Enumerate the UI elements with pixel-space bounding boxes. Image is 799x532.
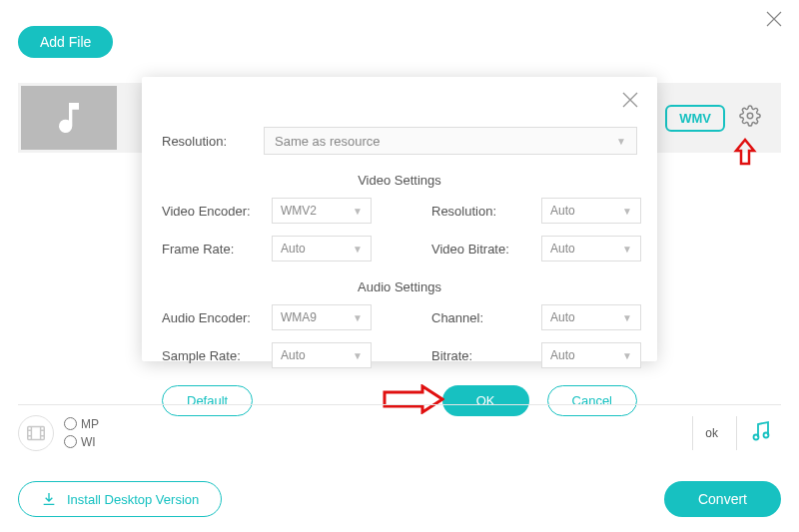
audio-encoder-select[interactable]: WMA9▼ <box>272 304 372 330</box>
video-settings-title: Video Settings <box>162 173 637 188</box>
svg-point-0 <box>747 113 753 119</box>
chevron-down-icon: ▼ <box>353 350 363 361</box>
frame-rate-label: Frame Rate: <box>162 242 272 257</box>
video-bitrate-label: Video Bitrate: <box>431 242 541 257</box>
download-icon <box>41 491 57 507</box>
resolution-select[interactable]: Same as resource ▼ <box>264 127 637 155</box>
video-encoder-label: Video Encoder: <box>162 204 272 219</box>
audio-encoder-label: Audio Encoder: <box>162 310 272 325</box>
channel-select[interactable]: Auto▼ <box>541 304 641 330</box>
audio-format-icon[interactable] <box>749 419 773 447</box>
chevron-down-icon: ▼ <box>622 312 632 323</box>
svg-rect-1 <box>28 426 45 439</box>
audio-settings-title: Audio Settings <box>162 279 637 294</box>
chevron-down-icon: ▼ <box>616 136 626 147</box>
chevron-down-icon: ▼ <box>622 350 632 361</box>
file-thumbnail <box>21 86 117 150</box>
bitrate-label: Bitrate: <box>431 348 541 363</box>
chevron-down-icon: ▼ <box>622 244 632 255</box>
svg-point-3 <box>764 432 769 437</box>
channel-label: Channel: <box>431 310 541 325</box>
close-icon[interactable] <box>765 8 783 34</box>
install-desktop-button[interactable]: Install Desktop Version <box>18 481 222 517</box>
radio-option-2[interactable]: WI <box>64 435 99 449</box>
chevron-down-icon: ▼ <box>353 206 363 217</box>
arrow-annotation-gear <box>731 138 759 170</box>
chevron-down-icon: ▼ <box>353 244 363 255</box>
sample-rate-select[interactable]: Auto▼ <box>272 342 372 368</box>
resolution-value: Same as resource <box>275 134 381 149</box>
format-badge[interactable]: WMV <box>665 105 725 132</box>
resolution-label: Resolution: <box>162 134 264 149</box>
svg-point-2 <box>754 434 759 439</box>
bottom-suffix-text: ok <box>705 426 718 440</box>
radio-option-1[interactable]: MP <box>64 417 99 431</box>
convert-button[interactable]: Convert <box>664 481 781 517</box>
video-encoder-select[interactable]: WMV2▼ <box>272 198 372 224</box>
chevron-down-icon: ▼ <box>353 312 363 323</box>
settings-modal: Resolution: Same as resource ▼ Video Set… <box>142 77 657 361</box>
video-format-icon[interactable] <box>18 415 54 451</box>
bottom-bar: MP WI ok <box>18 404 781 450</box>
video-bitrate-select[interactable]: Auto▼ <box>541 236 641 262</box>
chevron-down-icon: ▼ <box>622 206 632 217</box>
resolution2-label: Resolution: <box>431 204 541 219</box>
modal-close-icon[interactable] <box>621 89 639 115</box>
frame-rate-select[interactable]: Auto▼ <box>272 236 372 262</box>
resolution2-select[interactable]: Auto▼ <box>541 198 641 224</box>
gear-icon[interactable] <box>739 105 761 131</box>
bitrate-select[interactable]: Auto▼ <box>541 342 641 368</box>
add-file-button[interactable]: Add File <box>18 26 113 58</box>
sample-rate-label: Sample Rate: <box>162 348 272 363</box>
